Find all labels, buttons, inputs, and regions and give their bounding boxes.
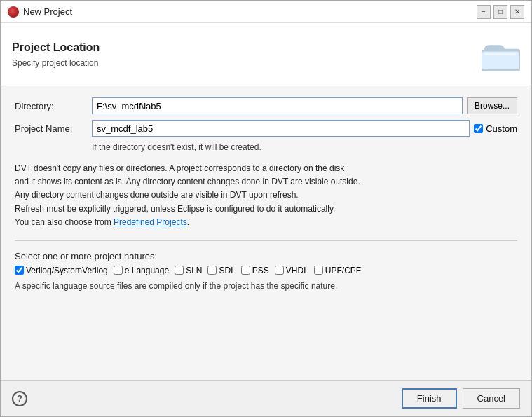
directory-note: If the directory doesn't exist, it will … xyxy=(15,142,517,152)
nature-checkbox-vhdl[interactable] xyxy=(275,266,284,275)
nature-label-elang: e Language xyxy=(125,266,169,275)
nature-item-vhdl: VHDL xyxy=(275,266,308,275)
nature-section: Select one or more project natures: Veri… xyxy=(15,251,517,292)
footer-buttons: Finish Cancel xyxy=(402,388,520,409)
info-text-block: DVT doesn't copy any files or directorie… xyxy=(15,162,517,229)
directory-row: Directory: Browse... xyxy=(15,97,517,114)
nature-note: A specific language source files are com… xyxy=(15,280,517,292)
page-subtitle: Specify project location xyxy=(12,58,100,68)
predefined-projects-link[interactable]: Predefined Projects xyxy=(114,217,187,227)
info-line3: Any directory content changes done outsi… xyxy=(15,190,299,200)
help-button[interactable]: ? xyxy=(12,391,27,406)
nature-label-sln: SLN xyxy=(186,266,202,275)
info-line5: You can also choose from xyxy=(15,217,114,227)
close-button[interactable]: ✕ xyxy=(510,5,524,19)
nature-item-upf: UPF/CPF xyxy=(314,266,361,275)
nature-checkbox-pss[interactable] xyxy=(241,266,250,275)
nature-label-vhdl: VHDL xyxy=(286,266,308,275)
nature-checkboxes: Verilog/SystemVerilog e Language SLN SDL… xyxy=(15,266,517,275)
project-name-input[interactable] xyxy=(92,120,470,137)
info-line2: and it shows its content as is. Any dire… xyxy=(15,177,360,186)
cancel-button[interactable]: Cancel xyxy=(463,388,520,409)
maximize-button[interactable]: □ xyxy=(493,5,507,19)
nature-item-sdl: SDL xyxy=(207,266,235,275)
folder-icon xyxy=(482,38,520,71)
directory-label: Directory: xyxy=(15,101,92,111)
nature-checkbox-sln[interactable] xyxy=(175,266,184,275)
project-name-row: Project Name: Custom xyxy=(15,120,517,137)
dialog-title: New Project xyxy=(23,6,72,17)
nature-checkbox-sdl[interactable] xyxy=(207,266,217,275)
dvt-icon xyxy=(8,6,19,18)
nature-item-sln: SLN xyxy=(175,266,202,275)
nature-label-sdl: SDL xyxy=(219,266,235,275)
footer: ? Finish Cancel xyxy=(1,380,531,416)
content-area: Directory: Browse... Project Name: Custo… xyxy=(1,86,531,380)
svg-rect-2 xyxy=(484,53,517,55)
nature-checkbox-upf[interactable] xyxy=(314,266,323,275)
nature-item-verilog: Verilog/SystemVerilog xyxy=(15,266,108,275)
info-line5-end: . xyxy=(187,217,189,227)
finish-button[interactable]: Finish xyxy=(402,388,457,409)
new-project-dialog: New Project − □ ✕ Project Location Speci… xyxy=(0,0,532,417)
nature-item-elang: e Language xyxy=(114,266,169,275)
info-line4: Refresh must be explicitly triggered, un… xyxy=(15,204,335,214)
header-section: Project Location Specify project locatio… xyxy=(1,23,531,86)
nature-checkbox-elang[interactable] xyxy=(114,266,123,275)
header-text: Project Location Specify project locatio… xyxy=(12,41,100,68)
nature-label-upf: UPF/CPF xyxy=(325,266,361,275)
title-buttons: − □ ✕ xyxy=(477,5,524,19)
nature-label-verilog: Verilog/SystemVerilog xyxy=(26,266,108,275)
nature-checkbox-verilog[interactable] xyxy=(15,266,24,275)
divider xyxy=(15,240,517,241)
title-bar: New Project − □ ✕ xyxy=(1,1,531,23)
custom-row: Custom xyxy=(474,123,517,134)
title-bar-left: New Project xyxy=(8,6,72,18)
page-title: Project Location xyxy=(12,41,100,54)
project-name-label: Project Name: xyxy=(15,123,92,134)
nature-item-pss: PSS xyxy=(241,266,269,275)
minimize-button[interactable]: − xyxy=(477,5,491,19)
info-line1: DVT doesn't copy any files or directorie… xyxy=(15,163,344,173)
directory-input[interactable] xyxy=(92,97,463,114)
nature-label-pss: PSS xyxy=(252,266,269,275)
custom-checkbox[interactable] xyxy=(474,124,483,133)
footer-left: ? xyxy=(12,391,27,406)
browse-button[interactable]: Browse... xyxy=(467,97,517,114)
custom-label: Custom xyxy=(486,123,517,134)
nature-heading: Select one or more project natures: xyxy=(15,251,517,261)
